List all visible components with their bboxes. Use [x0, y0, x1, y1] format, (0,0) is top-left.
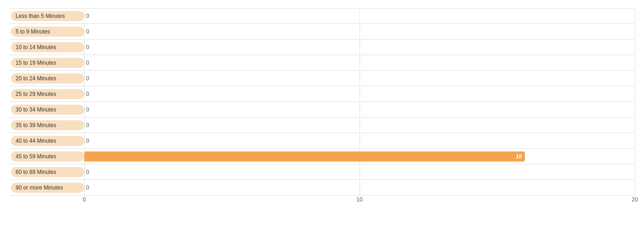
bar-value-zero: 0 [86, 75, 89, 82]
bar-row: 10 to 14 Minutes0 [9, 39, 635, 55]
bar-value-zero: 0 [86, 106, 89, 113]
bar-row: 90 or more Minutes0 [9, 180, 635, 195]
x-axis-wrapper: 01020 [84, 196, 635, 206]
bar-label-pill: 60 to 89 Minutes [11, 167, 84, 177]
bar-label-pill: 15 to 19 Minutes [11, 58, 84, 68]
bar-label-pill: 30 to 34 Minutes [11, 105, 84, 115]
bar-track: 0 [84, 55, 635, 70]
bar-track: 0 [84, 9, 635, 23]
bar-row: 5 to 9 Minutes0 [9, 24, 635, 39]
bar-row: 20 to 24 Minutes0 [9, 71, 635, 86]
bar-label-pill: 45 to 59 Minutes [11, 151, 84, 162]
bar-track: 0 [84, 180, 635, 195]
x-axis-label: 20 [632, 196, 638, 203]
x-axis: 01020 [9, 196, 635, 206]
bar-label-pill: 40 to 44 Minutes [11, 136, 84, 146]
bar-track: 0 [84, 133, 635, 148]
bar-track: 0 [84, 24, 635, 39]
bars-wrapper: Less than 5 Minutes05 to 9 Minutes010 to… [9, 8, 635, 195]
bar-label-pill: 5 to 9 Minutes [11, 27, 84, 37]
bar-row: Less than 5 Minutes0 [9, 8, 635, 24]
bar-row: 35 to 39 Minutes0 [9, 117, 635, 133]
bar-value-zero: 0 [86, 44, 89, 50]
main-container: Less than 5 Minutes05 to 9 Minutes010 to… [0, 0, 644, 240]
bar-row: 30 to 34 Minutes0 [9, 102, 635, 117]
bar-track: 0 [84, 86, 635, 101]
bar-track: 0 [84, 71, 635, 86]
bar-value-zero: 0 [86, 184, 89, 191]
bar-row: 40 to 44 Minutes0 [9, 133, 635, 149]
bar-label-pill: 90 or more Minutes [11, 183, 84, 193]
bar-label-pill: Less than 5 Minutes [11, 11, 84, 21]
bar-track: 0 [84, 164, 635, 179]
bar-fill: 16 [84, 151, 525, 162]
bar-label-pill: 10 to 14 Minutes [11, 42, 84, 52]
bar-row: 45 to 59 Minutes16 [9, 149, 635, 164]
bar-track: 0 [84, 117, 635, 133]
bar-track: 16 [84, 149, 635, 164]
bar-value-zero: 0 [86, 169, 89, 175]
bar-value-zero: 0 [86, 28, 89, 35]
bar-row: 60 to 89 Minutes0 [9, 164, 635, 180]
x-axis-label: 10 [356, 196, 362, 203]
bar-value-zero: 0 [86, 91, 89, 97]
bar-track: 0 [84, 102, 635, 117]
bar-value-zero: 0 [86, 60, 89, 66]
bar-row: 15 to 19 Minutes0 [9, 55, 635, 71]
bar-value-zero: 0 [86, 138, 89, 144]
bar-row: 25 to 29 Minutes0 [9, 86, 635, 102]
bar-label-pill: 35 to 39 Minutes [11, 120, 84, 130]
bar-track: 0 [84, 39, 635, 55]
bar-label-pill: 25 to 29 Minutes [11, 89, 84, 99]
bar-label-pill: 20 to 24 Minutes [11, 73, 84, 84]
x-axis-label: 0 [83, 196, 86, 203]
bars-container: Less than 5 Minutes05 to 9 Minutes010 to… [9, 8, 635, 195]
bar-value-zero: 0 [86, 13, 89, 19]
bar-value-zero: 0 [86, 122, 89, 128]
